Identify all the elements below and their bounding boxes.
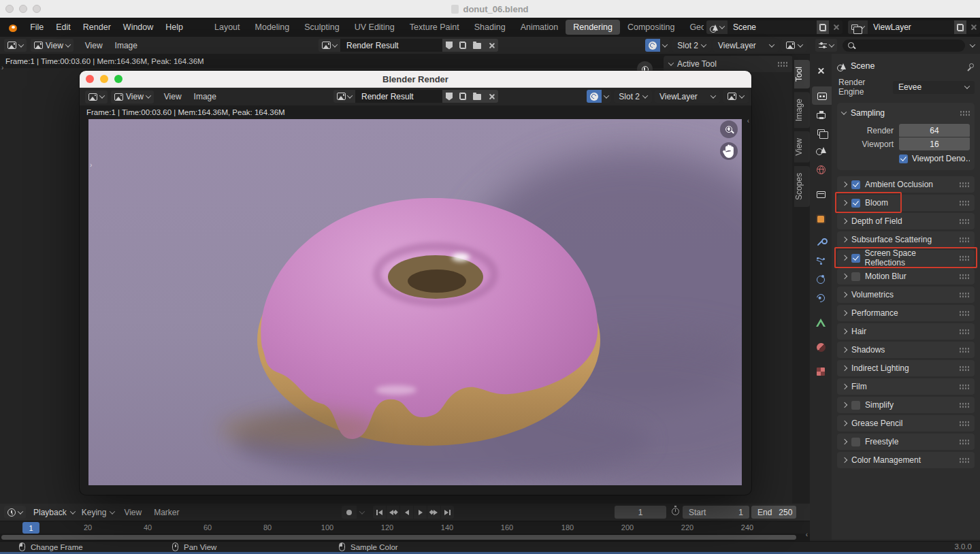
layer-dropdown[interactable]: ViewLayer xyxy=(713,39,779,52)
play-reverse-button[interactable] xyxy=(400,506,413,519)
panel-drag-handle[interactable] xyxy=(959,421,969,427)
filter-button[interactable] xyxy=(815,39,837,52)
image-browse-button[interactable] xyxy=(318,39,340,52)
toolbar-toggle-arrow[interactable]: › xyxy=(1,64,3,71)
timeline-scrollbar-thumb[interactable] xyxy=(1,535,796,540)
auto-keying-dropdown[interactable] xyxy=(357,506,367,519)
collection-properties-tab[interactable] xyxy=(810,184,832,203)
display-channels-button[interactable] xyxy=(781,39,807,52)
panel-volumetrics[interactable]: Volumetrics xyxy=(837,287,975,303)
timeline-editor-type-button[interactable] xyxy=(4,506,26,519)
render-view-button[interactable] xyxy=(645,39,660,52)
panel-drag-handle[interactable] xyxy=(959,329,969,335)
bloom-checkbox[interactable] xyxy=(851,199,860,208)
panel-drag-handle[interactable] xyxy=(959,402,969,408)
ssr-checkbox[interactable] xyxy=(851,254,860,263)
tab-compositing[interactable]: Compositing xyxy=(620,20,682,35)
panel-drag-handle[interactable] xyxy=(959,292,969,298)
material-properties-tab[interactable] xyxy=(810,338,832,356)
panel-drag-handle[interactable] xyxy=(959,237,969,243)
panel-drag-handle[interactable] xyxy=(959,347,969,353)
menu-view[interactable]: View xyxy=(158,92,188,101)
editor-type-button[interactable] xyxy=(85,91,108,103)
open-image-button[interactable] xyxy=(470,39,485,52)
menu-edit[interactable]: Edit xyxy=(50,22,77,32)
properties-search[interactable] xyxy=(843,39,965,52)
freestyle-checkbox[interactable] xyxy=(851,438,860,446)
jump-to-start-button[interactable] xyxy=(373,506,386,519)
output-properties-tab[interactable] xyxy=(810,105,832,123)
scroll-arrow[interactable]: ‹ xyxy=(806,531,808,538)
properties-options-dropdown[interactable] xyxy=(970,42,975,47)
panel-drag-handle[interactable] xyxy=(959,255,969,261)
viewlayer-name-field[interactable]: ViewLayer xyxy=(868,20,954,34)
render-properties-tab[interactable] xyxy=(812,86,832,105)
sidebar-tab-view[interactable]: View xyxy=(794,131,810,163)
use-preview-range-button[interactable] xyxy=(672,506,679,517)
scene-browse-button[interactable] xyxy=(706,20,728,34)
sidebar-tab-image[interactable]: Image xyxy=(794,92,810,128)
panel-hair[interactable]: Hair xyxy=(837,323,975,340)
panel-drag-handle[interactable] xyxy=(959,182,969,188)
render-view-dropdown[interactable] xyxy=(602,90,611,103)
panel-shadows[interactable]: Shadows xyxy=(837,342,975,358)
simplify-checkbox[interactable] xyxy=(851,401,860,410)
panel-grease-pencil[interactable]: Grease Pencil xyxy=(837,415,975,431)
viewport-denoising-checkbox[interactable] xyxy=(899,154,908,163)
render-samples-field[interactable]: 64 xyxy=(899,124,970,137)
sampling-panel-header[interactable]: Sampling xyxy=(842,106,970,120)
playback-menu[interactable]: Playback xyxy=(30,506,78,519)
panel-subsurface-scattering[interactable]: Subsurface Scattering xyxy=(837,231,975,248)
menu-window[interactable]: Window xyxy=(117,22,159,32)
timeline-scrollbar[interactable]: ‹ xyxy=(0,534,810,541)
tab-sculpting[interactable]: Sculpting xyxy=(297,20,346,35)
menu-image[interactable]: Image xyxy=(109,41,144,50)
object-properties-tab[interactable] xyxy=(810,209,832,227)
menu-file[interactable]: File xyxy=(24,22,50,32)
zoom-overlay-button[interactable] xyxy=(720,120,738,138)
tab-texture-paint[interactable]: Texture Paint xyxy=(402,20,467,35)
remove-viewlayer-button[interactable] xyxy=(966,20,980,34)
constraint-properties-tab[interactable] xyxy=(810,289,832,307)
panel-film[interactable]: Film xyxy=(837,378,975,395)
panel-bloom[interactable]: Bloom xyxy=(837,195,975,211)
jump-to-end-button[interactable] xyxy=(441,506,454,519)
panel-depth-of-field[interactable]: Depth of Field xyxy=(837,213,975,229)
menu-render[interactable]: Render xyxy=(77,22,117,32)
slot-dropdown[interactable]: Slot 2 xyxy=(672,39,710,52)
panel-drag-handle[interactable] xyxy=(959,384,969,390)
panel-screen-space-reflections[interactable]: Screen Space Reflections xyxy=(837,250,975,266)
panel-color-management[interactable]: Color Management xyxy=(837,452,975,468)
scene-name-field[interactable]: Scene xyxy=(728,20,817,34)
panel-drag-handle[interactable] xyxy=(959,365,969,372)
new-image-button[interactable] xyxy=(456,39,470,52)
panel-performance[interactable]: Performance xyxy=(837,305,975,321)
menu-help[interactable]: Help xyxy=(159,22,189,32)
panel-drag-handle[interactable] xyxy=(959,439,969,445)
fake-user-button[interactable] xyxy=(442,39,456,52)
viewlayer-browse-button[interactable] xyxy=(848,20,868,34)
auto-keying-record-button[interactable] xyxy=(342,506,357,519)
panel-drag-handle[interactable] xyxy=(959,218,969,225)
unlink-scene-button[interactable] xyxy=(829,20,843,34)
new-viewlayer-button[interactable] xyxy=(954,20,966,34)
tab-uv-editing[interactable]: UV Editing xyxy=(347,20,402,35)
panel-freestyle[interactable]: Freestyle xyxy=(837,434,975,450)
particle-properties-tab[interactable] xyxy=(810,252,832,270)
texture-properties-tab[interactable] xyxy=(810,362,832,380)
search-input[interactable] xyxy=(858,40,906,50)
panel-drag-handle[interactable] xyxy=(960,110,970,116)
ambient-occlusion-checkbox[interactable] xyxy=(851,180,860,189)
unlink-image-button[interactable] xyxy=(485,90,498,103)
keying-menu[interactable]: Keying xyxy=(78,506,118,519)
image-browse-button[interactable] xyxy=(333,90,355,103)
new-image-button[interactable] xyxy=(456,90,470,103)
menu-view[interactable]: View xyxy=(79,41,109,50)
sidebar-tab-tool[interactable]: Tool xyxy=(794,60,810,88)
pin-icon[interactable] xyxy=(967,63,975,70)
layer-dropdown[interactable]: ViewLayer xyxy=(655,90,720,103)
blender-logo-icon[interactable] xyxy=(7,22,17,33)
view-layer-properties-tab[interactable] xyxy=(810,123,832,142)
new-scene-button[interactable] xyxy=(817,20,829,34)
menu-image[interactable]: Image xyxy=(188,92,223,101)
